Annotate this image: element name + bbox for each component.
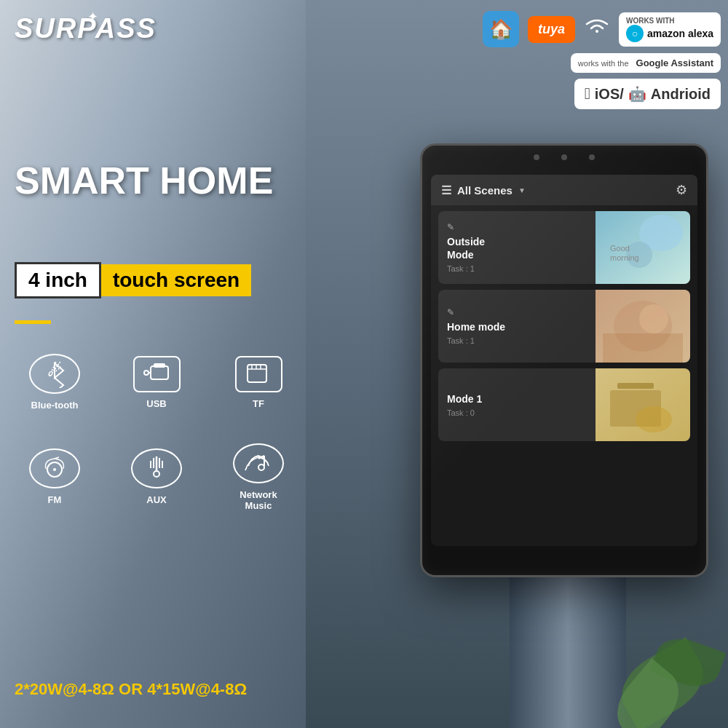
device-sensors: [422, 154, 706, 160]
feature-network-music: NetworkMusic: [211, 433, 306, 521]
scene-item-outside[interactable]: ✎ OutsideMode Task : 1 Good mo: [438, 211, 690, 284]
scene-text-home: ✎ Home mode Task : 1: [438, 290, 596, 363]
ios-android-badge:  iOS/ 🤖 Andrioid: [574, 79, 721, 109]
apple-icon: : [585, 84, 590, 103]
device-screen[interactable]: ☰ All Scenes ▼ ⚙ ✎ OutsideMode Task : 1: [431, 175, 697, 546]
headline-text: SMART HOME: [15, 160, 273, 202]
svg-point-18: [258, 464, 264, 470]
touch-label-text: touch screen: [113, 269, 240, 291]
tf-label: TF: [253, 398, 264, 409]
scene-image-mode1: [596, 368, 690, 441]
header-left: ☰ All Scenes ▼: [441, 183, 526, 197]
network-music-icon: [233, 443, 284, 483]
svg-rect-33: [617, 383, 654, 389]
aux-label: AUX: [146, 494, 166, 505]
menu-icon: ☰: [441, 183, 451, 197]
smart-home-title: SMART HOME: [15, 160, 273, 202]
alexa-name: amazon alexa: [647, 28, 713, 39]
fm-label: FM: [48, 494, 62, 505]
touch-screen-label: touch screen: [101, 264, 251, 296]
tf-icon: [235, 356, 282, 392]
scene-name-home: Home mode: [447, 320, 587, 333]
svg-text:Good: Good: [610, 244, 630, 253]
settings-gear-icon[interactable]: ⚙: [676, 182, 687, 198]
aux-icon: [131, 448, 182, 488]
yellow-accent-line: [15, 320, 51, 324]
svg-point-13: [154, 471, 159, 477]
edit-icon-home: ✎: [447, 307, 587, 317]
usb-label: USB: [146, 398, 166, 409]
svg-rect-29: [603, 333, 683, 363]
svg-rect-2: [154, 363, 165, 368]
feature-usb: USB: [109, 339, 204, 426]
scene-task-home: Task : 1: [447, 336, 587, 345]
svg-text:morning: morning: [610, 253, 639, 262]
works-with-label: WORKS WITH: [626, 17, 675, 25]
svg-rect-1: [151, 366, 168, 379]
google-badge: works with the Google Assistant: [571, 53, 721, 73]
bluetooth-label: Blue-tooth: [31, 400, 79, 411]
feature-tf: TF: [211, 339, 306, 426]
scene-image-outside: Good morning: [596, 211, 690, 284]
scene-item-mode1[interactable]: Mode 1 Task : 0: [438, 368, 690, 441]
scene-task-outside: Task : 1: [447, 264, 587, 273]
sensor-2: [561, 154, 567, 160]
dropdown-arrow-icon: ▼: [518, 186, 526, 194]
tuya-badge: tuya: [528, 16, 575, 43]
scene-name-outside: OutsideMode: [447, 235, 587, 261]
brand-name: SURPASS: [15, 13, 157, 44]
alexa-circle-icon: ○: [626, 25, 644, 42]
alexa-badge: WORKS WITH ○ amazon alexa: [619, 12, 721, 47]
inch-box: 4 inch: [15, 262, 101, 298]
svg-line-10: [55, 457, 59, 459]
feature-bluetooth: ☄ Blue-tooth: [7, 339, 102, 426]
inch-badge: 4 inch touch screen: [15, 262, 251, 298]
android-label: Andrioid: [651, 86, 711, 103]
logo-spark: ✦: [87, 9, 98, 25]
badge-row-3:  iOS/ 🤖 Andrioid: [574, 79, 721, 109]
smart-home-app-icon: 🏠: [483, 11, 519, 47]
usb-icon: [133, 356, 181, 392]
top-badges: 🏠 tuya WORKS WITH ○ amazon alexa works w…: [483, 11, 721, 109]
scene-image-home: [596, 290, 690, 363]
svg-point-11: [53, 468, 56, 471]
google-assistant-label: Google Assistant: [636, 58, 713, 68]
power-spec-text: 2*20W@4-8Ω OR 4*15W@4-8Ω: [15, 680, 247, 698]
bluetooth-icon: ☄: [29, 354, 80, 394]
scene-task-mode1: Task : 0: [447, 408, 587, 417]
sensor-3: [589, 154, 595, 160]
badge-row-2: works with the Google Assistant: [571, 53, 721, 73]
scene-name-mode1: Mode 1: [447, 392, 587, 405]
device-frame: ☰ All Scenes ▼ ⚙ ✎ OutsideMode Task : 1: [422, 146, 706, 575]
tuya-label: tuya: [538, 22, 565, 36]
screen-header: ☰ All Scenes ▼ ⚙: [431, 175, 697, 205]
badge-row-1: 🏠 tuya WORKS WITH ○ amazon alexa: [483, 11, 721, 47]
all-scenes-title: All Scenes: [457, 184, 513, 197]
svg-point-4: [144, 371, 149, 375]
fm-icon: [29, 448, 80, 488]
sensor-1: [534, 154, 539, 160]
scene-item-home[interactable]: ✎ Home mode Task : 1: [438, 290, 690, 363]
power-spec: 2*20W@4-8Ω OR 4*15W@4-8Ω: [15, 680, 247, 699]
brand-logo: SURPASS: [15, 13, 157, 44]
svg-point-28: [639, 304, 668, 333]
wifi-icon: [584, 17, 610, 42]
inch-value: 4 inch: [28, 269, 87, 291]
feature-fm: FM: [7, 433, 102, 521]
svg-point-32: [636, 406, 672, 432]
features-grid: ☄ Blue-tooth USB TF: [7, 339, 306, 521]
svg-rect-5: [248, 365, 266, 382]
feature-aux: AUX: [109, 433, 204, 521]
edit-icon-outside: ✎: [447, 222, 587, 232]
network-music-label: NetworkMusic: [240, 489, 277, 511]
ios-label: iOS/: [595, 86, 624, 103]
android-icon: 🤖: [628, 85, 646, 103]
svg-text:☄: ☄: [47, 361, 62, 380]
google-works-label: works with the: [578, 59, 629, 68]
scene-text-outside: ✎ OutsideMode Task : 1: [438, 211, 596, 284]
scene-text-mode1: Mode 1 Task : 0: [438, 368, 596, 441]
